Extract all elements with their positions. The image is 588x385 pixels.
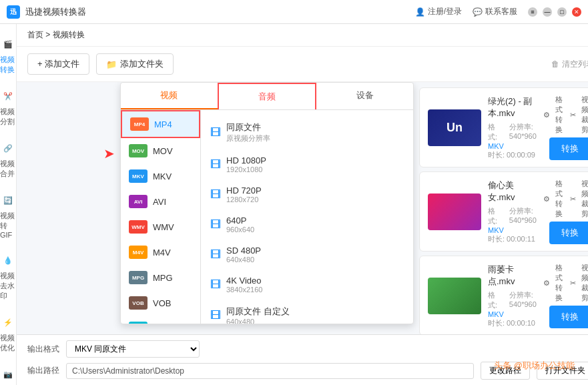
film-icon: 🎞 xyxy=(210,127,221,139)
video-optimize-icon: ⚡ xyxy=(0,314,16,330)
maximize-btn[interactable]: □ xyxy=(557,7,567,17)
film-icon-480: 🎞 xyxy=(210,249,221,261)
add-file-button[interactable]: + 添加文件 xyxy=(27,53,89,75)
folder-icon: 📁 xyxy=(106,59,117,69)
file-meta: 格式: MKV 分辨率: 540*960 xyxy=(488,122,537,150)
menu-btn[interactable]: ≡ xyxy=(528,7,537,17)
breadcrumb: 首页 > 视频转换 xyxy=(17,24,588,47)
file-actions: ⚙ 格式转换 ✂ 视频裁剪 转换 xyxy=(543,95,588,160)
title-bar-left: 迅 迅捷视频转换器 xyxy=(7,5,86,19)
file-actions: ⚙ 格式转换 ✂ 视频裁剪 转换 xyxy=(543,263,588,328)
format-label: 输出格式 xyxy=(27,344,59,355)
resolution-item-1080p[interactable]: 🎞 HD 1080P 1920x1080 xyxy=(201,149,413,179)
format-item-wmv[interactable]: WMV WMV xyxy=(121,214,200,240)
mov-icon: MOV xyxy=(129,144,148,157)
format-item-vob[interactable]: VOB VOB xyxy=(121,290,200,316)
app-icon: 迅 xyxy=(7,5,20,19)
format-item-avi[interactable]: AVI AVI xyxy=(121,189,200,214)
tab-audio[interactable]: 音频 xyxy=(218,83,317,109)
film-icon-640: 🎞 xyxy=(210,219,221,231)
register-login-btn[interactable]: 👤 注册/登录 xyxy=(415,6,462,17)
file-thumbnail xyxy=(428,278,481,314)
file-name: 偷心美女.mkv xyxy=(488,179,537,204)
file-list: Un 绿光(2) - 副本.mkv 格式: MKV 分辨率: 540*960 时… xyxy=(414,82,588,334)
file-meta: 格式: MKV 分辨率: 540*960 xyxy=(488,206,537,234)
video-convert-icon: 🎬 xyxy=(0,36,16,52)
wmv-icon: WMV xyxy=(129,220,148,234)
add-folder-button[interactable]: 📁 添加文件夹 xyxy=(96,53,174,75)
table-row: Un 绿光(2) - 副本.mkv 格式: MKV 分辨率: 540*960 时… xyxy=(419,87,588,167)
table-row: 偷心美女.mkv 格式: MKV 分辨率: 540*960 时长: 00:00:… xyxy=(419,171,588,252)
watermark: 头条 @职场办公技能 xyxy=(494,360,575,372)
breadcrumb-separator: > xyxy=(45,30,52,39)
format-item-mov[interactable]: MOV MOV xyxy=(121,138,200,163)
sidebar-item-video-optimize[interactable]: ⚡ 视频优化 xyxy=(0,308,16,360)
format-item-mkv[interactable]: MKV MKV xyxy=(121,163,200,189)
scissors-icon: ✂ xyxy=(570,111,576,119)
title-bar: 迅 迅捷视频转换器 👤 注册/登录 💬 联系客服 ≡ — □ ✕ xyxy=(0,0,588,24)
m4v-icon: M4V xyxy=(129,246,148,259)
resolution-item-640p[interactable]: 🎞 640P 960x640 xyxy=(201,210,413,240)
scissors-icon: ✂ xyxy=(570,279,576,288)
sidebar-item-video-convert[interactable]: 🎬 视频转换 xyxy=(0,29,16,81)
format-tabs: 视频 音频 设备 xyxy=(121,83,413,110)
sidebar-item-video-screenshot[interactable]: 📷 视频截图 xyxy=(0,360,16,385)
breadcrumb-home[interactable]: 首页 xyxy=(27,30,43,39)
file-duration: 时长: 00:00:09 xyxy=(488,150,537,160)
format-item-mp4[interactable]: MP4 MP4 xyxy=(121,110,200,138)
video-watermark-icon: 💧 xyxy=(0,252,16,268)
contact-service-btn[interactable]: 💬 联系客服 xyxy=(473,6,517,17)
resolution-list: 🎞 同原文件 原视频分辨率 🎞 HD 1080P 1920x1080 xyxy=(201,110,413,324)
format-item-webm[interactable]: WEBM WEBM xyxy=(121,316,200,324)
tab-device[interactable]: 设备 xyxy=(316,83,413,109)
film-icon-4k: 🎞 xyxy=(210,279,221,291)
format-item-mpg[interactable]: MPG MPG xyxy=(121,265,200,290)
convert-button-1[interactable]: 转换 xyxy=(549,222,588,244)
format-list: MP4 MP4 MOV MOV MKV MKV AVI xyxy=(121,110,201,324)
resolution-item-same[interactable]: 🎞 同原文件 原视频分辨率 xyxy=(201,115,413,149)
tab-video[interactable]: 视频 xyxy=(121,83,218,109)
close-btn[interactable]: ✕ xyxy=(572,7,581,17)
resolution-item-4k[interactable]: 🎞 4K Video 3840x2160 xyxy=(201,270,413,300)
title-bar-right: 👤 注册/登录 💬 联系客服 ≡ — □ ✕ xyxy=(415,6,581,17)
content-area: 首页 > 视频转换 + 添加文件 📁 添加文件夹 🗑 清空列表 ➤ xyxy=(17,24,588,385)
format-row: 输出格式 MKV 同原文件 xyxy=(27,340,588,358)
convert-button-0[interactable]: 转换 xyxy=(549,137,588,160)
main-layout: 🎬 视频转换 ✂️ 视频分割 🔗 视频合并 🔄 视频转GIF 💧 视频去水印 ⚡… xyxy=(0,24,588,385)
scissors-icon: ✂ xyxy=(570,195,576,204)
resolution-item-480p[interactable]: 🎞 SD 480P 640x480 xyxy=(201,240,413,270)
format-dropdown: 视频 音频 设备 MP4 MP4 MOV MOV xyxy=(120,82,414,324)
format-item-m4v[interactable]: M4V M4V xyxy=(121,240,200,265)
video-screenshot-icon: 📷 xyxy=(0,366,16,382)
toolbar: + 添加文件 📁 添加文件夹 🗑 清空列表 xyxy=(17,47,588,82)
toolbar-left: + 添加文件 📁 添加文件夹 xyxy=(27,53,174,75)
table-row: 雨萎卡点.mkv 格式: MKV 分辨率: 540*960 时长: 00:00:… xyxy=(419,256,588,334)
file-area: ➤ 视频 音频 设备 MP4 MP4 xyxy=(17,82,588,334)
film-icon-720: 🎞 xyxy=(210,189,221,201)
avi-icon: AVI xyxy=(129,195,148,208)
vob-icon: VOB xyxy=(129,296,148,310)
path-input[interactable] xyxy=(66,363,474,379)
file-name: 绿光(2) - 副本.mkv xyxy=(488,95,537,119)
resolution-item-custom[interactable]: 🎞 同原文件 自定义 640x480 xyxy=(201,300,413,324)
file-actions: ⚙ 格式转换 ✂ 视频裁剪 转换 xyxy=(543,179,588,244)
minimize-btn[interactable]: — xyxy=(543,7,552,17)
file-info: 雨萎卡点.mkv 格式: MKV 分辨率: 540*960 时长: 00:00:… xyxy=(488,264,537,328)
breadcrumb-current: 视频转换 xyxy=(53,30,85,39)
sidebar-item-video-split[interactable]: ✂️ 视频分割 xyxy=(0,81,16,133)
video-gif-icon: 🔄 xyxy=(0,192,16,208)
gear-icon: ⚙ xyxy=(543,195,550,204)
file-duration: 时长: 00:00:11 xyxy=(488,234,537,244)
convert-button-2[interactable]: 转换 xyxy=(549,306,588,328)
sidebar-item-video-merge[interactable]: 🔗 视频合并 xyxy=(0,133,16,185)
resolution-item-720p[interactable]: 🎞 HD 720P 1280x720 xyxy=(201,179,413,210)
film-icon-custom: 🎞 xyxy=(210,310,221,322)
sidebar-item-video-watermark[interactable]: 💧 视频去水印 xyxy=(0,246,16,308)
gear-icon: ⚙ xyxy=(543,279,550,288)
format-select[interactable]: MKV 同原文件 xyxy=(66,340,200,358)
webm-icon: WEBM xyxy=(129,322,148,324)
sidebar-item-video-gif[interactable]: 🔄 视频转GIF xyxy=(0,185,16,246)
clear-list-button[interactable]: 🗑 清空列表 xyxy=(551,59,588,70)
sidebar: 🎬 视频转换 ✂️ 视频分割 🔗 视频合并 🔄 视频转GIF 💧 视频去水印 ⚡… xyxy=(0,24,17,385)
path-label: 输出路径 xyxy=(27,365,59,376)
